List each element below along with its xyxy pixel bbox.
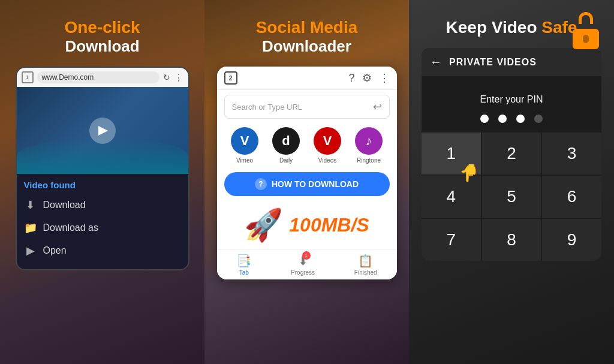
back-arrow-icon[interactable]: ← bbox=[430, 55, 442, 69]
finished-icon: 📋 bbox=[358, 254, 373, 268]
key-1[interactable]: 1 👇 bbox=[422, 133, 481, 175]
lock-icon bbox=[570, 12, 602, 49]
vimeo-label: Vimeo bbox=[236, 157, 253, 164]
key-2[interactable]: 2 bbox=[482, 133, 541, 175]
daily-icon: d bbox=[272, 127, 300, 155]
enter-icon: ↩ bbox=[373, 100, 382, 113]
shortcut-ringtone[interactable]: ♪ Ringtone bbox=[355, 127, 383, 164]
private-screen: ← PRIVATE VIDEOS Enter your PIN 1 👇 2 3 … bbox=[422, 48, 601, 261]
finished-label: Finished bbox=[354, 269, 377, 276]
panel-one-click: One-click Download 1 www.Demo.com ↻ ⋮ Vi… bbox=[0, 0, 204, 364]
key-7-label: 7 bbox=[447, 230, 456, 249]
panel1-heading: One-click Download bbox=[64, 18, 140, 56]
panel3-heading: Keep Video Safe bbox=[446, 18, 577, 37]
panel2-title-orange: Social Media bbox=[256, 18, 358, 37]
app-top-bar: 2 ? ⚙ ⋮ bbox=[217, 67, 397, 90]
tab-progress[interactable]: ⬇ 1 Progress bbox=[291, 254, 315, 276]
pin-dot-2 bbox=[498, 115, 507, 123]
number-keypad: 1 👇 2 3 4 5 6 7 8 9 bbox=[422, 133, 601, 261]
panel1-phone-mockup: 1 www.Demo.com ↻ ⋮ Video found ⬇ Downloa… bbox=[16, 67, 189, 270]
tab-label: Tab bbox=[239, 269, 249, 276]
panel2-heading: Social Media Downloader bbox=[256, 18, 358, 56]
play-triangle-icon bbox=[98, 126, 108, 136]
private-header: ← PRIVATE VIDEOS bbox=[422, 48, 601, 76]
pin-section: Enter your PIN bbox=[422, 76, 601, 133]
videos-label: Videos bbox=[318, 157, 336, 164]
pin-label: Enter your PIN bbox=[480, 94, 543, 105]
progress-label: Progress bbox=[291, 269, 315, 276]
key-8-label: 8 bbox=[507, 230, 516, 249]
search-placeholder: Search or Type URL bbox=[232, 103, 373, 112]
settings-icon[interactable]: ⚙ bbox=[362, 71, 372, 85]
key-6-label: 6 bbox=[567, 187, 577, 206]
download-menu-item[interactable]: ⬇ Download bbox=[24, 194, 181, 216]
open-label: Open bbox=[43, 245, 67, 256]
videos-icon: V bbox=[314, 127, 341, 155]
key-8[interactable]: 8 bbox=[482, 219, 541, 261]
how-to-label: HOW TO DOWNLOAD bbox=[272, 179, 359, 189]
finger-icon: 👇 bbox=[459, 163, 480, 183]
shortcut-vimeo[interactable]: V Vimeo bbox=[231, 127, 258, 164]
shortcut-videos[interactable]: V Videos bbox=[314, 127, 341, 164]
progress-badge: ⬇ 1 bbox=[298, 254, 308, 268]
browser-bar: 1 www.Demo.com ↻ ⋮ bbox=[17, 68, 188, 87]
help-circle-icon: ? bbox=[255, 178, 267, 190]
key-9-label: 9 bbox=[567, 230, 577, 249]
lock-body bbox=[573, 29, 599, 49]
panel1-title-orange: One-click bbox=[64, 18, 140, 37]
more-options-icon[interactable]: ⋮ bbox=[379, 71, 390, 85]
reload-icon[interactable]: ↻ bbox=[163, 73, 170, 82]
key-3[interactable]: 3 bbox=[542, 133, 601, 175]
vimeo-icon: V bbox=[231, 127, 258, 155]
key-5-label: 5 bbox=[507, 187, 516, 206]
download-as-label: Download as bbox=[43, 222, 99, 233]
shortcut-icons-row: V Vimeo d Daily V Videos ♪ Ringtone bbox=[217, 124, 397, 167]
private-title: PRIVATE VIDEOS bbox=[449, 57, 537, 68]
pin-dots bbox=[480, 115, 543, 123]
panel-keep-safe: Keep Video Safe ← PRIVATE VIDEOS Enter y… bbox=[409, 0, 614, 364]
browser-menu-icon[interactable]: ⋮ bbox=[174, 72, 183, 83]
key-6[interactable]: 6 bbox=[542, 176, 601, 218]
daily-label: Daily bbox=[279, 157, 293, 164]
rocket-icon: 🚀 bbox=[244, 207, 283, 243]
panel2-title-white: Downloader bbox=[256, 37, 358, 56]
how-to-download-button[interactable]: ? HOW TO DOWNLOAD bbox=[224, 172, 390, 196]
ringtone-icon: ♪ bbox=[355, 127, 383, 155]
folder-icon: 📁 bbox=[24, 221, 37, 234]
panel1-title-white: Download bbox=[64, 37, 140, 56]
pin-dot-4 bbox=[534, 115, 543, 123]
download-as-menu-item[interactable]: 📁 Download as bbox=[24, 216, 181, 239]
key-1-label: 1 bbox=[447, 144, 456, 163]
key-2-label: 2 bbox=[507, 144, 516, 163]
tab-icon: 📑 bbox=[236, 254, 251, 268]
app-top-icons: ? ⚙ ⋮ bbox=[348, 71, 389, 85]
panel3-title-white: Keep Video bbox=[446, 18, 542, 37]
ringtone-label: Ringtone bbox=[357, 157, 381, 164]
key-5[interactable]: 5 bbox=[482, 176, 541, 218]
open-menu-item[interactable]: ▶ Open bbox=[24, 239, 181, 262]
progress-badge-count: 1 bbox=[302, 251, 311, 260]
lock-shackle bbox=[579, 12, 593, 24]
lock-keyhole bbox=[583, 35, 589, 43]
browser-url: www.Demo.com bbox=[37, 71, 159, 83]
rocket-speed-area: 🚀 100MB/S bbox=[217, 201, 397, 249]
video-thumbnail bbox=[17, 87, 188, 174]
speed-text: 100MB/S bbox=[289, 214, 369, 236]
search-bar[interactable]: Search or Type URL ↩ bbox=[224, 95, 390, 119]
download-label: Download bbox=[43, 200, 86, 210]
help-icon[interactable]: ? bbox=[348, 72, 354, 85]
key-9[interactable]: 9 bbox=[542, 219, 601, 261]
browser-tab-icon: 1 bbox=[22, 71, 34, 83]
context-menu: ⬇ Download 📁 Download as ▶ Open bbox=[17, 194, 188, 269]
tab-tab[interactable]: 📑 Tab bbox=[236, 254, 251, 276]
tab-finished[interactable]: 📋 Finished bbox=[354, 254, 377, 276]
play-button[interactable] bbox=[89, 118, 116, 144]
video-found-text: Video found bbox=[17, 174, 188, 194]
pin-dot-3 bbox=[516, 115, 525, 123]
key-7[interactable]: 7 bbox=[422, 219, 481, 261]
panel2-phone-mockup: 2 ? ⚙ ⋮ Search or Type URL ↩ V Vimeo d D… bbox=[217, 67, 397, 279]
open-icon: ▶ bbox=[24, 244, 37, 257]
download-icon: ⬇ bbox=[24, 198, 37, 212]
shortcut-daily[interactable]: d Daily bbox=[272, 127, 300, 164]
key-4-label: 4 bbox=[447, 187, 456, 206]
